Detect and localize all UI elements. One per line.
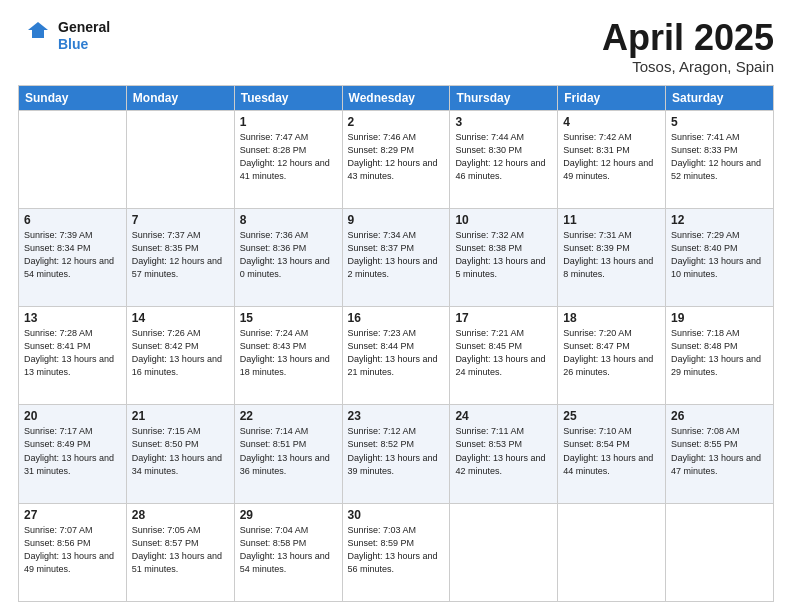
- day-number: 12: [671, 213, 768, 227]
- calendar-cell: 5Sunrise: 7:41 AM Sunset: 8:33 PM Daylig…: [666, 110, 774, 208]
- cell-info: Sunrise: 7:29 AM Sunset: 8:40 PM Dayligh…: [671, 229, 768, 281]
- day-number: 20: [24, 409, 121, 423]
- day-number: 4: [563, 115, 660, 129]
- calendar-cell: [666, 503, 774, 601]
- calendar-cell: 14Sunrise: 7:26 AM Sunset: 8:42 PM Dayli…: [126, 307, 234, 405]
- weekday-header-thursday: Thursday: [450, 85, 558, 110]
- calendar-cell: 15Sunrise: 7:24 AM Sunset: 8:43 PM Dayli…: [234, 307, 342, 405]
- day-number: 22: [240, 409, 337, 423]
- calendar-cell: 26Sunrise: 7:08 AM Sunset: 8:55 PM Dayli…: [666, 405, 774, 503]
- title-block: April 2025 Tosos, Aragon, Spain: [602, 18, 774, 75]
- calendar-row: 6Sunrise: 7:39 AM Sunset: 8:34 PM Daylig…: [19, 208, 774, 306]
- calendar-cell: 3Sunrise: 7:44 AM Sunset: 8:30 PM Daylig…: [450, 110, 558, 208]
- day-number: 15: [240, 311, 337, 325]
- day-number: 18: [563, 311, 660, 325]
- day-number: 9: [348, 213, 445, 227]
- calendar-cell: 29Sunrise: 7:04 AM Sunset: 8:58 PM Dayli…: [234, 503, 342, 601]
- subtitle: Tosos, Aragon, Spain: [602, 58, 774, 75]
- calendar-cell: 1Sunrise: 7:47 AM Sunset: 8:28 PM Daylig…: [234, 110, 342, 208]
- cell-info: Sunrise: 7:24 AM Sunset: 8:43 PM Dayligh…: [240, 327, 337, 379]
- calendar-cell: 9Sunrise: 7:34 AM Sunset: 8:37 PM Daylig…: [342, 208, 450, 306]
- cell-info: Sunrise: 7:15 AM Sunset: 8:50 PM Dayligh…: [132, 425, 229, 477]
- cell-info: Sunrise: 7:20 AM Sunset: 8:47 PM Dayligh…: [563, 327, 660, 379]
- logo: General Blue: [18, 18, 110, 54]
- day-number: 16: [348, 311, 445, 325]
- day-number: 29: [240, 508, 337, 522]
- cell-info: Sunrise: 7:10 AM Sunset: 8:54 PM Dayligh…: [563, 425, 660, 477]
- day-number: 11: [563, 213, 660, 227]
- cell-info: Sunrise: 7:14 AM Sunset: 8:51 PM Dayligh…: [240, 425, 337, 477]
- day-number: 19: [671, 311, 768, 325]
- cell-info: Sunrise: 7:44 AM Sunset: 8:30 PM Dayligh…: [455, 131, 552, 183]
- day-number: 1: [240, 115, 337, 129]
- cell-info: Sunrise: 7:03 AM Sunset: 8:59 PM Dayligh…: [348, 524, 445, 576]
- day-number: 14: [132, 311, 229, 325]
- weekday-header-monday: Monday: [126, 85, 234, 110]
- cell-info: Sunrise: 7:34 AM Sunset: 8:37 PM Dayligh…: [348, 229, 445, 281]
- day-number: 23: [348, 409, 445, 423]
- calendar-cell: 12Sunrise: 7:29 AM Sunset: 8:40 PM Dayli…: [666, 208, 774, 306]
- cell-info: Sunrise: 7:42 AM Sunset: 8:31 PM Dayligh…: [563, 131, 660, 183]
- day-number: 3: [455, 115, 552, 129]
- cell-info: Sunrise: 7:47 AM Sunset: 8:28 PM Dayligh…: [240, 131, 337, 183]
- cell-info: Sunrise: 7:32 AM Sunset: 8:38 PM Dayligh…: [455, 229, 552, 281]
- cell-info: Sunrise: 7:46 AM Sunset: 8:29 PM Dayligh…: [348, 131, 445, 183]
- weekday-header-wednesday: Wednesday: [342, 85, 450, 110]
- cell-info: Sunrise: 7:41 AM Sunset: 8:33 PM Dayligh…: [671, 131, 768, 183]
- calendar-cell: [126, 110, 234, 208]
- calendar-row: 20Sunrise: 7:17 AM Sunset: 8:49 PM Dayli…: [19, 405, 774, 503]
- calendar-cell: 4Sunrise: 7:42 AM Sunset: 8:31 PM Daylig…: [558, 110, 666, 208]
- calendar-cell: 24Sunrise: 7:11 AM Sunset: 8:53 PM Dayli…: [450, 405, 558, 503]
- cell-info: Sunrise: 7:17 AM Sunset: 8:49 PM Dayligh…: [24, 425, 121, 477]
- calendar-row: 1Sunrise: 7:47 AM Sunset: 8:28 PM Daylig…: [19, 110, 774, 208]
- calendar-cell: [19, 110, 127, 208]
- cell-info: Sunrise: 7:23 AM Sunset: 8:44 PM Dayligh…: [348, 327, 445, 379]
- day-number: 5: [671, 115, 768, 129]
- cell-info: Sunrise: 7:21 AM Sunset: 8:45 PM Dayligh…: [455, 327, 552, 379]
- calendar-cell: 18Sunrise: 7:20 AM Sunset: 8:47 PM Dayli…: [558, 307, 666, 405]
- day-number: 6: [24, 213, 121, 227]
- calendar-cell: 11Sunrise: 7:31 AM Sunset: 8:39 PM Dayli…: [558, 208, 666, 306]
- calendar-cell: [558, 503, 666, 601]
- day-number: 30: [348, 508, 445, 522]
- day-number: 17: [455, 311, 552, 325]
- calendar-cell: 30Sunrise: 7:03 AM Sunset: 8:59 PM Dayli…: [342, 503, 450, 601]
- cell-info: Sunrise: 7:31 AM Sunset: 8:39 PM Dayligh…: [563, 229, 660, 281]
- header: General Blue April 2025 Tosos, Aragon, S…: [18, 18, 774, 75]
- calendar-cell: 13Sunrise: 7:28 AM Sunset: 8:41 PM Dayli…: [19, 307, 127, 405]
- weekday-header-saturday: Saturday: [666, 85, 774, 110]
- day-number: 27: [24, 508, 121, 522]
- cell-info: Sunrise: 7:12 AM Sunset: 8:52 PM Dayligh…: [348, 425, 445, 477]
- cell-info: Sunrise: 7:04 AM Sunset: 8:58 PM Dayligh…: [240, 524, 337, 576]
- calendar-cell: 7Sunrise: 7:37 AM Sunset: 8:35 PM Daylig…: [126, 208, 234, 306]
- day-number: 7: [132, 213, 229, 227]
- cell-info: Sunrise: 7:28 AM Sunset: 8:41 PM Dayligh…: [24, 327, 121, 379]
- day-number: 21: [132, 409, 229, 423]
- calendar-cell: 27Sunrise: 7:07 AM Sunset: 8:56 PM Dayli…: [19, 503, 127, 601]
- calendar-table: SundayMondayTuesdayWednesdayThursdayFrid…: [18, 85, 774, 602]
- cell-info: Sunrise: 7:11 AM Sunset: 8:53 PM Dayligh…: [455, 425, 552, 477]
- calendar-cell: 16Sunrise: 7:23 AM Sunset: 8:44 PM Dayli…: [342, 307, 450, 405]
- day-number: 25: [563, 409, 660, 423]
- calendar-cell: 2Sunrise: 7:46 AM Sunset: 8:29 PM Daylig…: [342, 110, 450, 208]
- cell-info: Sunrise: 7:26 AM Sunset: 8:42 PM Dayligh…: [132, 327, 229, 379]
- cell-info: Sunrise: 7:05 AM Sunset: 8:57 PM Dayligh…: [132, 524, 229, 576]
- logo-text: General Blue: [58, 19, 110, 53]
- calendar-cell: 23Sunrise: 7:12 AM Sunset: 8:52 PM Dayli…: [342, 405, 450, 503]
- calendar-cell: 17Sunrise: 7:21 AM Sunset: 8:45 PM Dayli…: [450, 307, 558, 405]
- weekday-header-sunday: Sunday: [19, 85, 127, 110]
- calendar-header-row: SundayMondayTuesdayWednesdayThursdayFrid…: [19, 85, 774, 110]
- day-number: 28: [132, 508, 229, 522]
- calendar-cell: 22Sunrise: 7:14 AM Sunset: 8:51 PM Dayli…: [234, 405, 342, 503]
- svg-marker-0: [28, 22, 48, 38]
- logo-graphic: [18, 18, 54, 54]
- cell-info: Sunrise: 7:08 AM Sunset: 8:55 PM Dayligh…: [671, 425, 768, 477]
- cell-info: Sunrise: 7:18 AM Sunset: 8:48 PM Dayligh…: [671, 327, 768, 379]
- day-number: 8: [240, 213, 337, 227]
- calendar-cell: 10Sunrise: 7:32 AM Sunset: 8:38 PM Dayli…: [450, 208, 558, 306]
- page: General Blue April 2025 Tosos, Aragon, S…: [0, 0, 792, 612]
- calendar-cell: 6Sunrise: 7:39 AM Sunset: 8:34 PM Daylig…: [19, 208, 127, 306]
- calendar-cell: [450, 503, 558, 601]
- cell-info: Sunrise: 7:07 AM Sunset: 8:56 PM Dayligh…: [24, 524, 121, 576]
- day-number: 24: [455, 409, 552, 423]
